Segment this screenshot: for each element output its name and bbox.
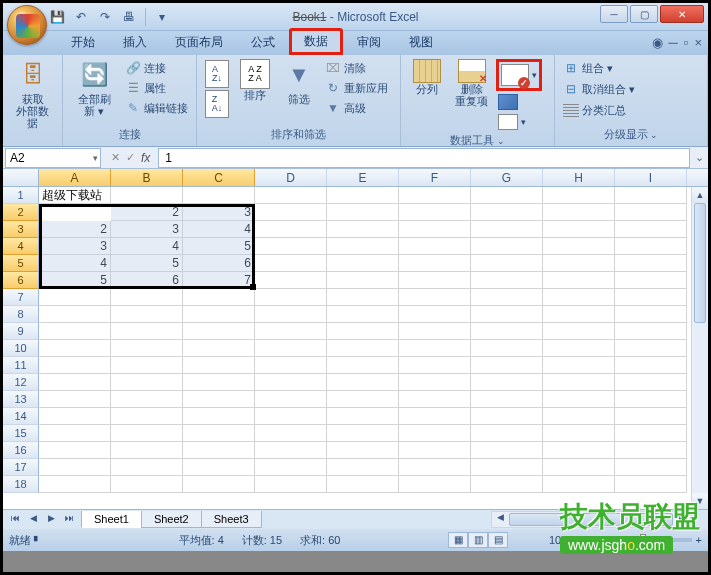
zoom-slider[interactable] bbox=[592, 538, 692, 542]
cell[interactable]: 2 bbox=[39, 221, 111, 238]
tab-data[interactable]: 数据 bbox=[289, 28, 343, 55]
sort-button[interactable]: A ZZ A 排序 bbox=[235, 57, 275, 103]
zoom-level[interactable]: 100% bbox=[549, 534, 577, 546]
col-header[interactable]: D bbox=[255, 169, 327, 186]
reapply-button[interactable]: ↻重新应用 bbox=[323, 79, 390, 97]
consolidate-button[interactable] bbox=[496, 93, 542, 111]
tab-view[interactable]: 视图 bbox=[395, 30, 447, 55]
cell[interactable]: 5 bbox=[111, 255, 183, 272]
row-header[interactable]: 7 bbox=[3, 289, 39, 306]
advanced-filter-button[interactable]: ▼高级 bbox=[323, 99, 390, 117]
properties-button[interactable]: ☰属性 bbox=[123, 79, 190, 97]
qat-dropdown-icon[interactable]: ▾ bbox=[152, 7, 172, 27]
connections-button[interactable]: 🔗连接 bbox=[123, 59, 190, 77]
tab-insert[interactable]: 插入 bbox=[109, 30, 161, 55]
doc-close-icon[interactable]: × bbox=[694, 35, 702, 50]
filter-button[interactable]: ▼ 筛选 bbox=[279, 57, 319, 107]
row-header[interactable]: 6 bbox=[3, 272, 39, 289]
cell[interactable]: 4 bbox=[111, 238, 183, 255]
text-to-columns-button[interactable]: 分列 bbox=[407, 57, 447, 97]
tab-page-layout[interactable]: 页面布局 bbox=[161, 30, 237, 55]
row-header[interactable]: 17 bbox=[3, 459, 39, 476]
vertical-scrollbar[interactable]: ▲ ▼ bbox=[691, 187, 708, 509]
view-normal-icon[interactable]: ▦ bbox=[448, 532, 468, 548]
minimize-button[interactable]: ─ bbox=[600, 5, 628, 23]
cell[interactable]: 4 bbox=[183, 221, 255, 238]
get-external-data-button[interactable]: 🗄 获取 外部数据 bbox=[9, 57, 56, 131]
enter-formula-icon[interactable]: ✓ bbox=[126, 151, 135, 164]
row-header[interactable]: 16 bbox=[3, 442, 39, 459]
col-header[interactable]: I bbox=[615, 169, 687, 186]
col-header[interactable]: G bbox=[471, 169, 543, 186]
edit-links-button[interactable]: ✎编辑链接 bbox=[123, 99, 190, 117]
formula-input[interactable]: 1 bbox=[158, 148, 690, 168]
row-header[interactable]: 15 bbox=[3, 425, 39, 442]
row-header[interactable]: 13 bbox=[3, 391, 39, 408]
sheet-tab[interactable]: Sheet2 bbox=[141, 511, 202, 528]
cancel-formula-icon[interactable]: ✕ bbox=[111, 151, 120, 164]
row-header[interactable]: 10 bbox=[3, 340, 39, 357]
group-button[interactable]: ⊞组合 ▾ bbox=[561, 59, 637, 77]
scroll-thumb[interactable] bbox=[694, 203, 706, 323]
cell[interactable]: 6 bbox=[111, 272, 183, 289]
scroll-right-icon[interactable]: ▶ bbox=[674, 512, 690, 527]
expand-formula-icon[interactable]: ⌄ bbox=[690, 151, 708, 164]
cell[interactable]: 5 bbox=[183, 238, 255, 255]
col-header[interactable]: B bbox=[111, 169, 183, 186]
row-header[interactable]: 9 bbox=[3, 323, 39, 340]
refresh-all-button[interactable]: 🔄 全部刷新 ▾ bbox=[69, 57, 119, 119]
scroll-down-icon[interactable]: ▼ bbox=[692, 493, 708, 509]
cell[interactable]: 7 bbox=[183, 272, 255, 289]
maximize-button[interactable]: ▢ bbox=[630, 5, 658, 23]
view-pagebreak-icon[interactable]: ▤ bbox=[488, 532, 508, 548]
remove-duplicates-button[interactable]: 删除 重复项 bbox=[451, 57, 492, 109]
tab-home[interactable]: 开始 bbox=[57, 30, 109, 55]
data-validation-button[interactable]: ▾ bbox=[496, 59, 542, 91]
row-header[interactable]: 8 bbox=[3, 306, 39, 323]
help-icon[interactable]: ◉ bbox=[652, 35, 663, 50]
sheet-last-icon[interactable]: ⏭ bbox=[61, 513, 77, 527]
worksheet-grid[interactable]: A B C D E F G H I 1 2 3 4 5 6 7 8 9 10 1… bbox=[3, 169, 708, 509]
clear-filter-button[interactable]: ⌧清除 bbox=[323, 59, 390, 77]
sheet-first-icon[interactable]: ⏮ bbox=[7, 513, 23, 527]
row-header[interactable]: 4 bbox=[3, 238, 39, 255]
horizontal-scrollbar[interactable]: ◀ ▶ bbox=[491, 511, 691, 528]
name-box[interactable]: A2 bbox=[5, 148, 101, 168]
cells-area[interactable]: 超级下载站 123 234 345 456 567 bbox=[39, 187, 687, 493]
cell[interactable]: 5 bbox=[39, 272, 111, 289]
select-all-corner[interactable] bbox=[3, 169, 39, 186]
row-header[interactable]: 1 bbox=[3, 187, 39, 204]
save-icon[interactable]: 💾 bbox=[47, 7, 67, 27]
cell[interactable]: 3 bbox=[39, 238, 111, 255]
tab-review[interactable]: 审阅 bbox=[343, 30, 395, 55]
zoom-out-icon[interactable]: − bbox=[581, 534, 587, 546]
close-button[interactable]: ✕ bbox=[660, 5, 704, 23]
row-header[interactable]: 2 bbox=[3, 204, 39, 221]
sheet-tab[interactable]: Sheet1 bbox=[81, 511, 142, 528]
print-icon[interactable]: 🖶 bbox=[119, 7, 139, 27]
undo-icon[interactable]: ↶ bbox=[71, 7, 91, 27]
cell[interactable]: 超级下载站 bbox=[39, 187, 111, 204]
sort-desc-button[interactable]: ZA↓ bbox=[203, 89, 231, 119]
doc-restore-icon[interactable]: ▫ bbox=[684, 35, 689, 50]
scroll-up-icon[interactable]: ▲ bbox=[692, 187, 708, 203]
ungroup-button[interactable]: ⊟取消组合 ▾ bbox=[561, 80, 637, 98]
cell[interactable]: 3 bbox=[183, 204, 255, 221]
row-header[interactable]: 3 bbox=[3, 221, 39, 238]
redo-icon[interactable]: ↷ bbox=[95, 7, 115, 27]
subtotal-button[interactable]: 分类汇总 bbox=[561, 101, 637, 119]
ribbon-minimize-icon[interactable]: ─ bbox=[669, 35, 678, 50]
col-header[interactable]: A bbox=[39, 169, 111, 186]
cell[interactable]: 2 bbox=[111, 204, 183, 221]
cell[interactable]: 1 bbox=[39, 204, 111, 221]
sort-asc-button[interactable]: AZ↓ bbox=[203, 59, 231, 89]
view-layout-icon[interactable]: ▥ bbox=[468, 532, 488, 548]
col-header[interactable]: H bbox=[543, 169, 615, 186]
zoom-control[interactable]: 100% − + bbox=[549, 534, 702, 546]
fx-icon[interactable]: fx bbox=[141, 151, 150, 165]
scroll-left-icon[interactable]: ◀ bbox=[492, 512, 508, 527]
row-header[interactable]: 18 bbox=[3, 476, 39, 493]
cell[interactable]: 6 bbox=[183, 255, 255, 272]
cell[interactable]: 3 bbox=[111, 221, 183, 238]
hscroll-thumb[interactable] bbox=[509, 513, 673, 526]
